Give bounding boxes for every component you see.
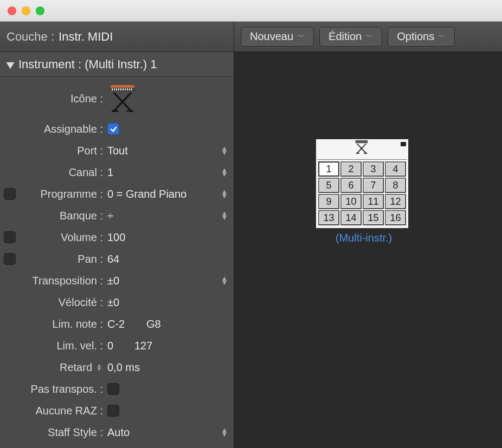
layer-selector[interactable]: Couche : Instr. MIDI — [0, 22, 234, 52]
new-menu-label: Nouveau — [250, 30, 293, 43]
port-stepper[interactable]: ▲▼ — [220, 146, 229, 155]
instrument-icon-button[interactable] — [106, 83, 229, 114]
disclosure-triangle-icon[interactable] — [5, 60, 15, 69]
programme-checkbox[interactable] — [4, 188, 16, 200]
pas-transpos-label: Pas transpos. : — [20, 383, 106, 395]
pan-label: Pan : — [20, 253, 106, 265]
svg-rect-9 — [125, 88, 126, 90]
layer-value: Instr. MIDI — [59, 30, 227, 44]
layer-label: Couche : — [7, 30, 54, 44]
canal-stepper[interactable]: ▲▼ — [220, 168, 229, 177]
banque-stepper[interactable]: ▲▼ — [220, 211, 229, 220]
programme-stepper[interactable]: ▲▼ — [220, 190, 229, 198]
pas-transpos-row: Pas transpos. : — [0, 378, 234, 400]
programme-row: Programme : 0 = Grand Piano ▲▼ — [0, 183, 234, 205]
chevron-down-icon: ﹀ — [439, 32, 446, 42]
programme-value[interactable]: 0 = Grand Piano — [106, 188, 220, 200]
volume-row: Volume : 100 — [0, 226, 234, 248]
edit-menu-button[interactable]: Édition ﹀ — [319, 27, 382, 47]
channel-1-button[interactable]: 1 — [318, 161, 339, 177]
aucune-raz-row: Aucune RAZ : — [0, 400, 234, 421]
channel-12-button[interactable]: 12 — [385, 194, 406, 209]
staff-style-stepper[interactable]: ▲▼ — [220, 428, 229, 437]
lim-vel-high[interactable]: 127 — [134, 340, 152, 352]
programme-label: Programme : — [20, 188, 106, 200]
staff-style-value[interactable]: Auto — [106, 426, 220, 439]
svg-rect-6 — [118, 88, 119, 90]
pan-row: Pan : 64 — [0, 248, 234, 270]
aucune-raz-label: Aucune RAZ : — [20, 405, 106, 417]
window-zoom-button[interactable] — [36, 7, 44, 15]
lim-vel-row: Lim. vel. : 0 127 — [0, 335, 234, 356]
lim-note-high[interactable]: G8 — [146, 318, 161, 330]
banque-row: Banque : ÷ ▲▼ — [0, 205, 234, 226]
window-minimize-button[interactable] — [22, 7, 30, 15]
channel-13-button[interactable]: 13 — [318, 210, 339, 225]
volume-value[interactable]: 100 — [106, 231, 229, 244]
svg-rect-17 — [356, 140, 368, 143]
multi-instrument-label[interactable]: (Multi-instr.) — [316, 232, 412, 244]
channel-9-button[interactable]: 9 — [318, 194, 339, 209]
retard-value[interactable]: 0,0 ms — [106, 361, 229, 374]
volume-label: Volume : — [20, 231, 106, 244]
velocite-value[interactable]: ±0 — [106, 296, 229, 309]
channel-11-button[interactable]: 11 — [363, 194, 384, 209]
channel-grid: 12345678910111213141516 — [317, 160, 407, 227]
velocite-label: Vélocité : — [20, 296, 106, 309]
lim-vel-label: Lim. vel. : — [20, 340, 106, 352]
volume-checkbox[interactable] — [4, 231, 16, 243]
output-port-icon[interactable] — [401, 142, 406, 146]
multi-instrument-header[interactable] — [317, 140, 407, 160]
keyboard-stand-icon — [352, 139, 372, 158]
environment-toolbar: Nouveau ﹀ Édition ﹀ Options ﹀ — [234, 22, 502, 52]
retard-mode-stepper[interactable]: ▲▼ — [95, 363, 103, 371]
new-menu-button[interactable]: Nouveau ﹀ — [241, 27, 314, 47]
svg-rect-5 — [116, 88, 117, 90]
transposition-value[interactable]: ±0 — [106, 275, 220, 287]
chevron-down-icon: ﹀ — [366, 32, 373, 42]
options-menu-label: Options — [397, 30, 434, 43]
retard-label: Retard — [60, 361, 92, 374]
velocite-row: Vélocité : ±0 — [0, 291, 234, 313]
channel-7-button[interactable]: 7 — [363, 178, 384, 193]
svg-rect-7 — [120, 88, 121, 90]
svg-rect-3 — [112, 88, 113, 90]
lim-note-label: Lim. note : — [20, 318, 106, 330]
pan-value[interactable]: 64 — [106, 253, 229, 265]
keyboard-stand-icon — [107, 83, 140, 114]
canal-row: Canal : 1 ▲▼ — [0, 161, 234, 183]
channel-6-button[interactable]: 6 — [340, 178, 362, 193]
window-close-button[interactable] — [8, 7, 16, 15]
multi-instrument-object[interactable]: 12345678910111213141516 (Multi-instr.) — [316, 139, 412, 244]
svg-rect-12 — [131, 88, 132, 90]
options-menu-button[interactable]: Options ﹀ — [388, 27, 455, 47]
channel-3-button[interactable]: 3 — [363, 161, 384, 177]
channel-14-button[interactable]: 14 — [340, 210, 362, 225]
environment-canvas[interactable]: 12345678910111213141516 (Multi-instr.) — [234, 52, 502, 448]
channel-4-button[interactable]: 4 — [385, 161, 406, 177]
aucune-raz-checkbox[interactable] — [107, 405, 119, 417]
pan-checkbox[interactable] — [4, 253, 16, 265]
banque-value[interactable]: ÷ — [106, 210, 220, 222]
canal-value[interactable]: 1 — [106, 166, 220, 179]
assignable-row: Assignable : — [0, 118, 234, 140]
svg-rect-11 — [129, 88, 130, 90]
instrument-section-header[interactable]: Instrument : (Multi Instr.) 1 — [0, 52, 234, 77]
channel-16-button[interactable]: 16 — [385, 210, 406, 225]
port-row: Port : Tout ▲▼ — [0, 140, 234, 161]
channel-5-button[interactable]: 5 — [318, 178, 339, 193]
channel-10-button[interactable]: 10 — [340, 194, 362, 209]
banque-label: Banque : — [20, 210, 106, 222]
lim-note-low[interactable]: C-2 — [107, 318, 146, 330]
channel-8-button[interactable]: 8 — [385, 178, 406, 193]
channel-2-button[interactable]: 2 — [340, 161, 362, 177]
pas-transpos-checkbox[interactable] — [107, 383, 119, 395]
environment-canvas-pane: Nouveau ﹀ Édition ﹀ Options ﹀ — [234, 22, 502, 448]
port-value[interactable]: Tout — [106, 145, 220, 157]
transposition-stepper[interactable]: ▲▼ — [220, 276, 229, 285]
transposition-label: Transposition : — [20, 275, 106, 287]
assignable-checkbox[interactable] — [107, 123, 119, 135]
properties-panel: Icône : — [0, 77, 234, 448]
channel-15-button[interactable]: 15 — [363, 210, 384, 225]
lim-vel-low[interactable]: 0 — [107, 340, 134, 352]
